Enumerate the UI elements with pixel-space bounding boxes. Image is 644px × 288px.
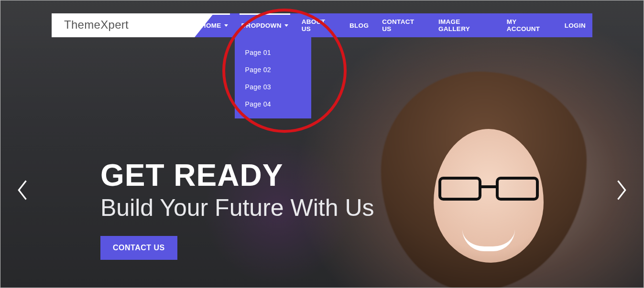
- nav-item-label: DROPDOWN: [241, 22, 282, 29]
- nav-item-label: HOME: [201, 22, 221, 29]
- dropdown-item-label: Page 01: [245, 49, 271, 56]
- hero-title: GET READY: [100, 158, 587, 193]
- nav-item-label: MY ACCOUNT: [507, 18, 551, 32]
- nav-item-label: BLOG: [349, 22, 369, 29]
- nav-item-dropdown[interactable]: DROPDOWN Page 01 Page 02 Page 03 Page 04: [235, 13, 295, 37]
- nav-item-blog[interactable]: BLOG: [343, 13, 375, 37]
- page-stage: ThemeXpert HOME DROPDOWN Page 01 Page 02: [0, 0, 644, 288]
- hero-section: GET READY Build Your Future With Us CONT…: [100, 158, 587, 260]
- carousel-prev-button[interactable]: [13, 177, 33, 205]
- dropdown-item-label: Page 03: [245, 83, 271, 91]
- nav-item-login[interactable]: LOGIN: [558, 13, 592, 37]
- dropdown-item-page-04[interactable]: Page 04: [235, 96, 311, 113]
- nav-item-label: IMAGE GALLERY: [438, 18, 493, 32]
- chevron-left-icon: [17, 180, 29, 203]
- dropdown-item-label: Page 04: [245, 100, 271, 108]
- carousel-next-button[interactable]: [611, 177, 631, 205]
- nav-item-contact-us[interactable]: CONTACT US: [375, 13, 432, 37]
- dropdown-item-page-03[interactable]: Page 03: [235, 78, 311, 96]
- nav-item-label: ABOUT US: [302, 18, 336, 32]
- dropdown-item-label: Page 02: [245, 66, 271, 74]
- nav-item-image-gallery[interactable]: IMAGE GALLERY: [432, 13, 500, 37]
- nav-item-about-us[interactable]: ABOUT US: [295, 13, 343, 37]
- chevron-right-icon: [615, 180, 627, 203]
- dropdown-menu: Page 01 Page 02 Page 03 Page 04: [235, 37, 311, 118]
- cta-label: CONTACT US: [113, 244, 165, 252]
- nav-item-my-account[interactable]: MY ACCOUNT: [500, 13, 558, 37]
- dropdown-item-page-02[interactable]: Page 02: [235, 61, 311, 78]
- primary-nav: HOME DROPDOWN Page 01 Page 02 Page 03: [195, 13, 592, 37]
- nav-item-label: LOGIN: [565, 22, 586, 29]
- chevron-down-icon: [284, 24, 288, 27]
- dropdown-item-page-01[interactable]: Page 01: [235, 44, 311, 61]
- brand-logo-text: ThemeXpert: [64, 18, 129, 32]
- brand-container[interactable]: ThemeXpert: [52, 13, 195, 37]
- nav-item-home[interactable]: HOME: [195, 13, 235, 37]
- hero-subtitle: Build Your Future With Us: [100, 194, 587, 222]
- top-navbar: ThemeXpert HOME DROPDOWN Page 01 Page 02: [52, 13, 592, 37]
- contact-us-button[interactable]: CONTACT US: [100, 236, 177, 260]
- nav-item-label: CONTACT US: [382, 18, 425, 32]
- chevron-down-icon: [224, 24, 228, 27]
